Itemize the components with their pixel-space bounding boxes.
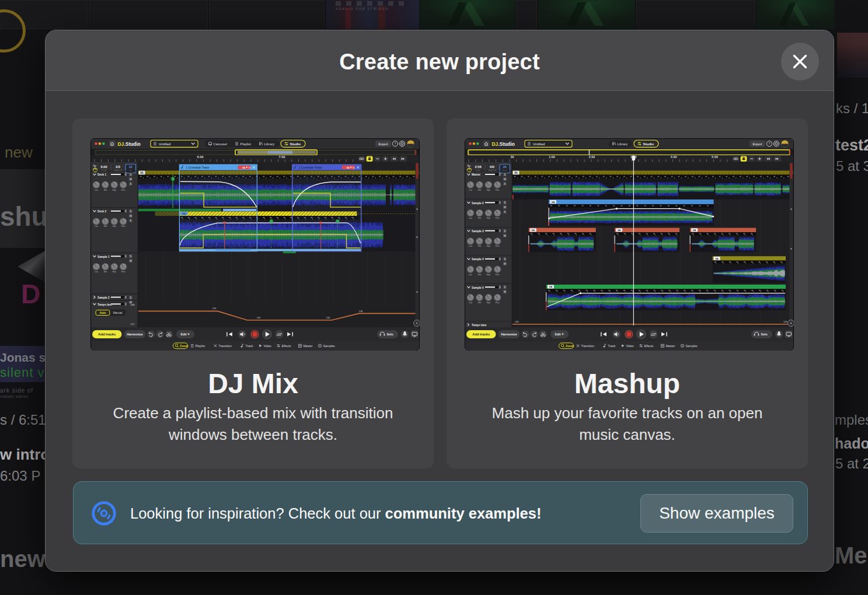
svg-text:Master: Master xyxy=(666,344,675,348)
svg-text:5A: 5A xyxy=(716,257,719,260)
svg-text:128: 128 xyxy=(515,321,518,323)
svg-text:S: S xyxy=(504,258,506,261)
svg-text:S: S xyxy=(504,230,506,233)
svg-text:Zoom: Zoom xyxy=(180,344,189,348)
svg-text:5:00: 5:00 xyxy=(712,155,718,159)
svg-text:Export: Export xyxy=(752,142,762,146)
svg-text:Library: Library xyxy=(264,142,275,146)
svg-text:Mid: Mid xyxy=(478,189,481,191)
svg-text:High: High xyxy=(487,274,491,276)
svg-text:Filter: Filter xyxy=(496,302,500,304)
svg-text:70: 70 xyxy=(248,167,250,169)
svg-text:Sample 3: Sample 3 xyxy=(472,230,484,233)
svg-text:Tempo lane: Tempo lane xyxy=(97,303,113,306)
svg-text:Add tracks: Add tracks xyxy=(98,332,116,336)
svg-text:Master: Master xyxy=(304,344,313,348)
svg-text:6:00: 6:00 xyxy=(197,155,204,159)
svg-text:Filter: Filter xyxy=(496,274,500,276)
svg-text:Manual: Manual xyxy=(113,312,123,314)
svg-text:2:00: 2:00 xyxy=(589,155,595,159)
svg-text:70: 70 xyxy=(353,167,355,169)
svg-text:S: S xyxy=(130,210,131,213)
svg-text:Zoom: Zoom xyxy=(566,344,574,348)
svg-text:8A: 8A xyxy=(243,167,246,169)
svg-text:Sample 4: Sample 4 xyxy=(472,258,484,261)
svg-text:120: 120 xyxy=(326,317,330,319)
svg-text:128: 128 xyxy=(783,321,787,323)
svg-text:Playlist: Playlist xyxy=(196,344,205,348)
svg-text:Deck 1: Deck 1 xyxy=(97,173,107,176)
svg-text:Add tracks: Add tracks xyxy=(472,332,490,336)
svg-text:M: M xyxy=(504,262,506,265)
svg-text:DJ: DJ xyxy=(492,141,499,147)
svg-text:Master: Master xyxy=(472,173,480,176)
svg-text:5A: 5A xyxy=(693,229,696,232)
svg-text:Mid: Mid xyxy=(104,189,107,191)
svg-text:2A: 2A xyxy=(503,166,507,169)
svg-text:4:00: 4:00 xyxy=(671,155,677,159)
svg-text:7:00: 7:00 xyxy=(279,155,285,159)
svg-text:6A: 6A xyxy=(549,285,552,288)
svg-text:Low: Low xyxy=(469,189,473,191)
svg-text:0/0: 0/0 xyxy=(490,165,494,169)
svg-text:Track: Track xyxy=(608,344,616,348)
svg-text:Playlist: Playlist xyxy=(240,142,252,146)
svg-text:3A: 3A xyxy=(140,172,144,174)
svg-text:2A: 2A xyxy=(552,201,555,204)
svg-text:Samples: Samples xyxy=(323,344,336,348)
svg-text:5A: 5A xyxy=(618,229,621,232)
svg-text:S: S xyxy=(504,173,506,176)
svg-text:Filter: Filter xyxy=(121,271,126,273)
svg-text:S: S xyxy=(504,201,506,204)
svg-text:M: M xyxy=(130,260,132,262)
svg-text:Mid: Mid xyxy=(478,302,481,304)
svg-text:Mid: Mid xyxy=(478,245,481,247)
svg-text:Library: Library xyxy=(618,142,628,146)
svg-text:Transition: Transition xyxy=(219,344,232,348)
svg-text:Untitled: Untitled xyxy=(159,142,170,146)
svg-text:High: High xyxy=(487,217,491,219)
svg-text:A: A xyxy=(504,183,506,186)
svg-text:Low: Low xyxy=(95,271,99,273)
svg-text:A: A xyxy=(130,183,131,186)
svg-text:.Studio: .Studio xyxy=(124,141,141,147)
svg-text:Track: Track xyxy=(246,344,253,348)
svg-text:145: 145 xyxy=(130,303,135,306)
svg-text:M: M xyxy=(504,290,506,293)
svg-text:128: 128 xyxy=(359,310,362,313)
svg-text:2:58: 2:58 xyxy=(475,165,481,169)
svg-text:Filter: Filter xyxy=(121,189,126,191)
svg-text:5A: 5A xyxy=(532,229,535,232)
svg-text:A: A xyxy=(130,219,131,222)
svg-text:.Studio: .Studio xyxy=(499,141,515,147)
svg-text:1A: 1A xyxy=(129,166,133,169)
svg-text:0:00: 0:00 xyxy=(100,165,107,169)
svg-text:Sample 2: Sample 2 xyxy=(472,202,484,205)
svg-text:8A: 8A xyxy=(347,167,350,169)
svg-text:Transition: Transition xyxy=(581,344,595,348)
svg-text:Effects: Effects xyxy=(282,344,291,348)
svg-text:Low: Low xyxy=(469,302,473,304)
svg-text:High: High xyxy=(487,245,491,247)
svg-text:2/3: 2/3 xyxy=(116,165,120,169)
svg-text:DJ: DJ xyxy=(118,141,124,147)
svg-text:1 Crossfade Tease: 1 Crossfade Tease xyxy=(186,166,209,169)
svg-text:S: S xyxy=(504,286,506,289)
svg-text:1:00: 1:00 xyxy=(549,155,555,159)
svg-text:120: 120 xyxy=(257,317,260,319)
svg-text:Mid: Mid xyxy=(478,274,481,276)
svg-text:Export: Export xyxy=(378,142,388,146)
svg-text:Edit: Edit xyxy=(180,332,186,336)
svg-text:Mid: Mid xyxy=(478,217,481,219)
svg-text:?: ? xyxy=(395,142,396,145)
svg-text:159: 159 xyxy=(212,307,216,310)
svg-text:110: 110 xyxy=(131,323,135,326)
svg-text:Sample 2: Sample 2 xyxy=(97,296,110,299)
svg-text:Low: Low xyxy=(95,225,99,228)
svg-text:2 Crossfade Tease: 2 Crossfade Tease xyxy=(299,166,322,169)
svg-text:Carousel: Carousel xyxy=(214,142,227,146)
svg-text:Filter: Filter xyxy=(496,217,500,219)
svg-text:Filter: Filter xyxy=(496,245,500,247)
svg-text:3A: 3A xyxy=(514,172,518,174)
svg-text:30: 30 xyxy=(511,155,514,159)
